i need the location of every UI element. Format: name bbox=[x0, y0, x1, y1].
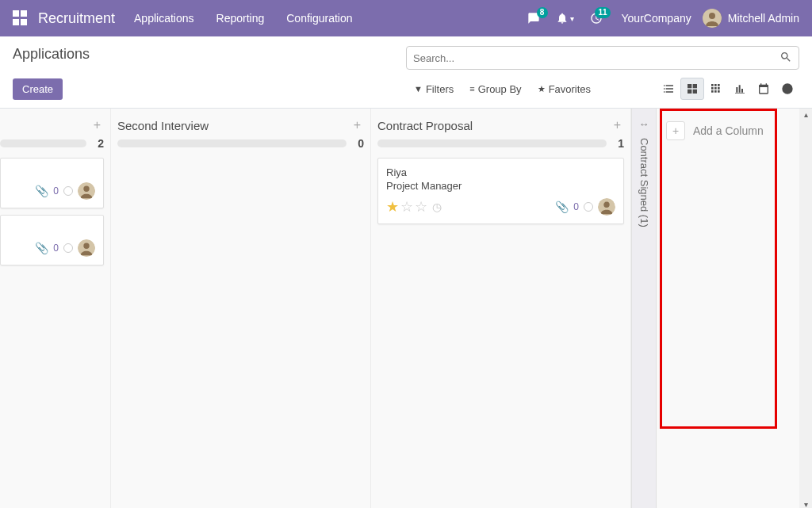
column-add-icon[interactable]: + bbox=[90, 118, 104, 132]
svg-point-7 bbox=[603, 202, 609, 208]
view-calendar-icon[interactable] bbox=[752, 78, 776, 100]
add-column-area: + Add a Column bbox=[657, 109, 783, 508]
vertical-scrollbar[interactable]: ▴ ▾ bbox=[799, 109, 812, 508]
assignee-avatar[interactable] bbox=[78, 239, 95, 257]
column-count: 1 bbox=[613, 137, 624, 150]
kanban-board: + 2 📎 0 📎 0 bbox=[0, 109, 812, 508]
top-navbar: Recruitment Applications Reporting Confi… bbox=[0, 0, 812, 36]
view-graph-icon[interactable] bbox=[728, 78, 752, 100]
column-count: 0 bbox=[353, 137, 364, 150]
column-add-icon[interactable]: + bbox=[350, 118, 364, 132]
column-progress bbox=[377, 139, 607, 147]
activities-badge: 11 bbox=[595, 7, 610, 18]
view-list-icon[interactable] bbox=[657, 78, 680, 100]
attachment-icon: 📎 bbox=[35, 185, 48, 197]
filters-button[interactable]: ▼Filters bbox=[406, 80, 462, 98]
svg-point-3 bbox=[83, 186, 89, 192]
favorites-button[interactable]: ★Favorites bbox=[530, 80, 599, 98]
star-icon[interactable]: ★ bbox=[386, 198, 399, 216]
view-activity-icon[interactable] bbox=[776, 78, 799, 100]
assignee-avatar[interactable] bbox=[598, 198, 615, 216]
kanban-column-folded[interactable]: ↔ Contract Signed (1) bbox=[631, 109, 657, 508]
activity-clock-icon[interactable]: ◷ bbox=[432, 201, 442, 213]
column-progress bbox=[117, 139, 347, 147]
messaging-icon[interactable]: 8 bbox=[527, 12, 540, 25]
attachment-icon: 📎 bbox=[555, 201, 569, 213]
nav-configuration[interactable]: Configuration bbox=[286, 12, 352, 25]
priority-stars[interactable]: ★ ☆ ☆ ◷ bbox=[386, 198, 442, 216]
view-kanban-icon[interactable] bbox=[680, 78, 704, 100]
star-icon[interactable]: ☆ bbox=[400, 198, 413, 216]
page-title: Applications bbox=[13, 46, 406, 70]
view-grid-icon[interactable] bbox=[704, 78, 728, 100]
column-add-icon[interactable]: + bbox=[611, 118, 624, 132]
column-title[interactable]: Contract Proposal bbox=[377, 119, 611, 132]
add-column-button[interactable]: + Add a Column bbox=[663, 118, 777, 143]
scroll-up-icon[interactable]: ▴ bbox=[804, 110, 808, 119]
activities-icon[interactable]: 11 bbox=[590, 12, 603, 25]
notifications-icon[interactable]: ▾ bbox=[556, 12, 574, 25]
kanban-card[interactable]: 📎 0 bbox=[0, 215, 104, 265]
user-menu[interactable]: Mitchell Admin bbox=[703, 9, 799, 28]
nav-reporting[interactable]: Reporting bbox=[216, 12, 265, 25]
state-dot[interactable] bbox=[63, 243, 73, 253]
nav-applications[interactable]: Applications bbox=[134, 12, 194, 25]
state-dot[interactable] bbox=[63, 186, 73, 196]
create-button[interactable]: Create bbox=[13, 78, 63, 100]
column-count: 2 bbox=[93, 137, 104, 150]
column-title[interactable]: Second Interview bbox=[117, 119, 350, 132]
search-icon[interactable] bbox=[779, 51, 792, 66]
apps-icon[interactable] bbox=[13, 10, 29, 26]
star-icon[interactable]: ☆ bbox=[415, 198, 427, 216]
column-progress bbox=[0, 139, 86, 147]
search-box[interactable] bbox=[406, 46, 799, 70]
state-dot[interactable] bbox=[584, 202, 593, 212]
groupby-button[interactable]: ≡Group By bbox=[462, 80, 529, 98]
attachment-icon: 📎 bbox=[35, 242, 48, 254]
card-subtitle: Project Manager bbox=[386, 180, 615, 192]
assignee-avatar[interactable] bbox=[78, 182, 95, 200]
search-input[interactable] bbox=[413, 52, 779, 64]
svg-point-5 bbox=[83, 243, 89, 249]
plus-icon: + bbox=[666, 121, 685, 140]
company-switcher[interactable]: YourCompany bbox=[622, 12, 691, 25]
scroll-down-icon[interactable]: ▾ bbox=[804, 500, 808, 508]
app-title[interactable]: Recruitment bbox=[38, 10, 115, 27]
kanban-column-partial: + 2 📎 0 📎 0 bbox=[0, 109, 111, 508]
highlight-annotation bbox=[660, 109, 777, 429]
card-name: Riya bbox=[386, 166, 615, 178]
unfold-icon[interactable]: ↔ bbox=[639, 118, 649, 130]
svg-point-1 bbox=[709, 13, 715, 19]
kanban-column-second-interview: Second Interview + 0 bbox=[111, 109, 371, 508]
kanban-card[interactable]: Riya Project Manager ★ ☆ ☆ ◷ 📎 0 bbox=[377, 158, 624, 224]
folded-column-label: Contract Signed (1) bbox=[638, 138, 650, 227]
kanban-column-contract-proposal: Contract Proposal + 1 Riya Project Manag… bbox=[371, 109, 631, 508]
user-name: Mitchell Admin bbox=[728, 12, 799, 25]
messaging-badge: 8 bbox=[537, 7, 548, 18]
kanban-card[interactable]: 📎 0 bbox=[0, 158, 104, 208]
user-avatar bbox=[703, 9, 722, 28]
control-panel: Applications Create ▼Filters ≡Group By ★… bbox=[0, 36, 812, 109]
